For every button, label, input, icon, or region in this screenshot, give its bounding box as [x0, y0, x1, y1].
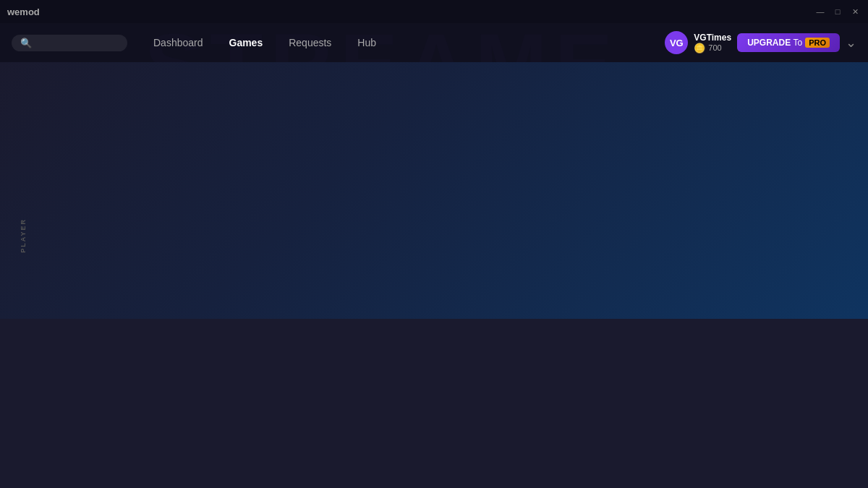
nav-chevron-icon[interactable]: ⌄ — [846, 35, 856, 51]
player-section-label: PLAYER — [20, 214, 27, 257]
user-info: VGTimes 🪙 700 — [694, 33, 731, 53]
upgrade-label: UPGRADE To — [747, 38, 802, 48]
search-icon: 🔍 — [20, 38, 32, 48]
close-button[interactable]: ✕ — [849, 6, 861, 17]
nav-hub[interactable]: Hub — [346, 33, 388, 53]
titlebar: wemod — □ ✕ — [0, 0, 868, 23]
content-area: GAMES › STREAMER LIFE SIMULATOR › STREAM… — [0, 62, 868, 319]
navbar: 🔍 Dashboard Games Requests Hub VG VGTime… — [0, 23, 868, 62]
nav-links: Dashboard Games Requests Hub — [142, 33, 665, 53]
pro-badge: PRO — [805, 38, 830, 48]
coin-icon: 🪙 — [694, 43, 705, 53]
user-coins: 🪙 700 — [694, 43, 731, 53]
avatar: VG — [665, 31, 688, 54]
bg-hero — [0, 62, 868, 319]
nav-requests[interactable]: Requests — [277, 33, 343, 53]
app-logo: wemod — [7, 7, 814, 17]
nav-right: VG VGTimes 🪙 700 UPGRADE To PRO ⌄ — [665, 31, 856, 54]
nav-dashboard[interactable]: Dashboard — [142, 33, 215, 53]
nav-games[interactable]: Games — [218, 33, 275, 53]
search-box[interactable]: 🔍 — [12, 35, 127, 51]
user-profile: VG VGTimes 🪙 700 — [665, 31, 731, 54]
titlebar-controls: — □ ✕ — [814, 6, 861, 17]
upgrade-button[interactable]: UPGRADE To PRO — [737, 33, 840, 52]
minimize-button[interactable]: — — [814, 6, 826, 17]
maximize-button[interactable]: □ — [832, 6, 843, 17]
user-name: VGTimes — [694, 33, 731, 43]
